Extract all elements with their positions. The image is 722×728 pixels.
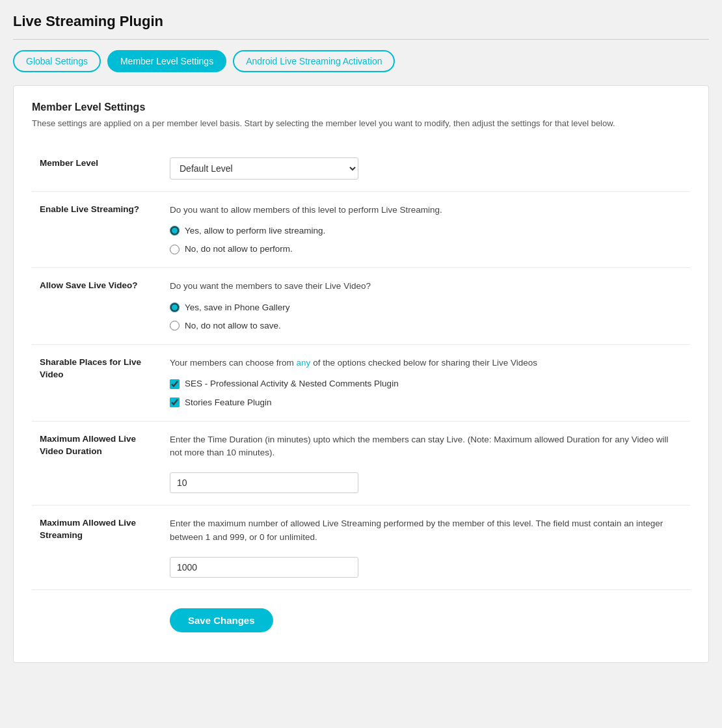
member-level-row: Member Level Default Level [32, 146, 690, 192]
enable-live-streaming-no-text: No, do not allow to perform. [185, 243, 293, 256]
allow-save-live-video-value: Do you want the members to save their Li… [162, 268, 690, 345]
allow-save-yes-radio[interactable] [170, 303, 180, 312]
card-description: These settings are applied on a per memb… [32, 117, 690, 130]
tabs-container: Global Settings Member Level Settings An… [13, 50, 709, 72]
sharable-places-label: Sharable Places for Live Video [32, 345, 162, 422]
allow-save-yes-label[interactable]: Yes, save in Phone Gallery [170, 301, 682, 314]
ses-plugin-label[interactable]: SES - Professional Activity & Nested Com… [170, 377, 682, 390]
stories-plugin-label[interactable]: Stories Feature Plugin [170, 396, 682, 409]
enable-live-streaming-label: Enable Live Streaming? [32, 191, 162, 268]
enable-live-streaming-yes-radio[interactable] [170, 226, 180, 236]
divider [13, 39, 709, 40]
enable-live-streaming-no-radio[interactable] [170, 245, 180, 254]
tab-global-settings[interactable]: Global Settings [13, 50, 101, 72]
save-button-row: Save Changes [32, 589, 690, 644]
allow-save-live-video-row: Allow Save Live Video? Do you want the m… [32, 268, 690, 345]
enable-live-streaming-row: Enable Live Streaming? Do you want to al… [32, 191, 690, 268]
max-live-streaming-description: Enter the maximum number of allowed Live… [170, 517, 682, 544]
sharable-places-checkbox-group: SES - Professional Activity & Nested Com… [170, 377, 682, 409]
member-level-select[interactable]: Default Level [170, 157, 358, 180]
stories-plugin-checkbox[interactable] [170, 398, 180, 407]
max-live-streaming-input[interactable] [170, 557, 358, 578]
ses-plugin-text: SES - Professional Activity & Nested Com… [185, 377, 399, 390]
max-video-duration-value: Enter the Time Duration (in minutes) upt… [162, 421, 690, 506]
max-video-duration-label: Maximum Allowed Live Video Duration [32, 421, 162, 506]
save-changes-button[interactable]: Save Changes [170, 608, 273, 632]
max-video-duration-input[interactable] [170, 472, 358, 493]
tab-android-live-streaming[interactable]: Android Live Streaming Activation [233, 50, 395, 72]
max-video-duration-description: Enter the Time Duration (in minutes) upt… [170, 433, 682, 460]
max-live-streaming-value: Enter the maximum number of allowed Live… [162, 506, 690, 590]
save-button-cell: Save Changes [162, 589, 690, 644]
tab-member-level-settings[interactable]: Member Level Settings [107, 50, 226, 72]
card-title: Member Level Settings [32, 101, 690, 113]
enable-live-streaming-value: Do you want to allow members of this lev… [162, 191, 690, 268]
enable-live-streaming-no-label[interactable]: No, do not allow to perform. [170, 243, 682, 256]
page-wrapper: Live Streaming Plugin Global Settings Me… [0, 0, 722, 676]
stories-plugin-text: Stories Feature Plugin [185, 396, 272, 409]
enable-live-streaming-radio-group: Yes, allow to perform live streaming. No… [170, 224, 682, 256]
member-level-label: Member Level [32, 146, 162, 192]
enable-live-streaming-description: Do you want to allow members of this lev… [170, 204, 682, 217]
allow-save-live-video-description: Do you want the members to save their Li… [170, 280, 682, 293]
save-button-spacer [32, 589, 162, 644]
allow-save-no-text: No, do not allow to save. [185, 319, 281, 332]
max-live-streaming-label: Maximum Allowed Live Streaming [32, 506, 162, 590]
max-video-duration-row: Maximum Allowed Live Video Duration Ente… [32, 421, 690, 506]
sharable-places-row: Sharable Places for Live Video Your memb… [32, 345, 690, 422]
allow-save-no-label[interactable]: No, do not allow to save. [170, 319, 682, 332]
member-level-value: Default Level [162, 146, 690, 192]
settings-table: Member Level Default Level Enable Live S… [32, 146, 690, 644]
max-live-streaming-row: Maximum Allowed Live Streaming Enter the… [32, 506, 690, 590]
page-title: Live Streaming Plugin [13, 13, 709, 30]
ses-plugin-checkbox[interactable] [170, 379, 180, 389]
any-highlight: any [297, 358, 311, 368]
allow-save-no-radio[interactable] [170, 321, 180, 330]
allow-save-live-video-radio-group: Yes, save in Phone Gallery No, do not al… [170, 301, 682, 333]
settings-card: Member Level Settings These settings are… [13, 85, 709, 663]
sharable-places-description: Your members can choose from any of the … [170, 357, 682, 370]
enable-live-streaming-yes-text: Yes, allow to perform live streaming. [185, 224, 325, 237]
allow-save-yes-text: Yes, save in Phone Gallery [185, 301, 290, 314]
allow-save-live-video-label: Allow Save Live Video? [32, 268, 162, 345]
sharable-places-value: Your members can choose from any of the … [162, 345, 690, 422]
enable-live-streaming-yes-label[interactable]: Yes, allow to perform live streaming. [170, 224, 682, 237]
